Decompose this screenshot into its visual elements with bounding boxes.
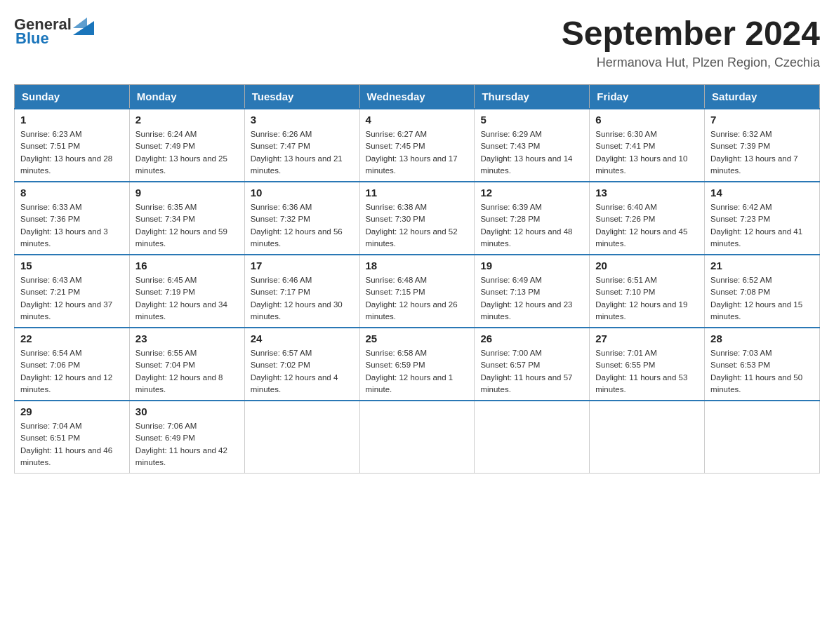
col-wednesday: Wednesday	[359, 85, 475, 109]
day-number: 8	[20, 187, 124, 199]
day-info: Sunrise: 6:54 AMSunset: 7:06 PMDaylight:…	[20, 347, 124, 396]
table-row: 2Sunrise: 6:24 AMSunset: 7:49 PMDaylight…	[129, 109, 244, 182]
day-number: 4	[366, 114, 469, 126]
day-info: Sunrise: 7:01 AMSunset: 6:55 PMDaylight:…	[595, 347, 699, 396]
col-friday: Friday	[590, 85, 705, 109]
day-info: Sunrise: 6:39 AMSunset: 7:28 PMDaylight:…	[480, 201, 583, 250]
table-row: 22Sunrise: 6:54 AMSunset: 7:06 PMDayligh…	[15, 328, 130, 401]
table-row: 27Sunrise: 7:01 AMSunset: 6:55 PMDayligh…	[590, 328, 705, 401]
day-info: Sunrise: 6:55 AMSunset: 7:04 PMDaylight:…	[135, 347, 239, 396]
day-number: 10	[251, 187, 354, 199]
col-monday: Monday	[129, 85, 244, 109]
table-row: 28Sunrise: 7:03 AMSunset: 6:53 PMDayligh…	[705, 328, 820, 401]
table-row: 29Sunrise: 7:04 AMSunset: 6:51 PMDayligh…	[15, 401, 130, 474]
day-number: 16	[135, 260, 239, 271]
table-row: 1Sunrise: 6:23 AMSunset: 7:51 PMDaylight…	[15, 109, 130, 182]
calendar-location: Hermanova Hut, Plzen Region, Czechia	[562, 55, 820, 70]
col-saturday: Saturday	[705, 85, 820, 109]
day-info: Sunrise: 6:46 AMSunset: 7:17 PMDaylight:…	[251, 274, 354, 323]
day-number: 7	[710, 114, 814, 126]
day-number: 17	[251, 260, 354, 271]
day-number: 21	[710, 260, 814, 271]
table-row	[359, 401, 475, 474]
table-row: 21Sunrise: 6:52 AMSunset: 7:08 PMDayligh…	[705, 255, 820, 328]
calendar-week-row: 8Sunrise: 6:33 AMSunset: 7:36 PMDaylight…	[15, 182, 820, 255]
day-info: Sunrise: 6:26 AMSunset: 7:47 PMDaylight:…	[251, 128, 354, 177]
calendar-week-row: 1Sunrise: 6:23 AMSunset: 7:51 PMDaylight…	[15, 109, 820, 182]
day-info: Sunrise: 6:57 AMSunset: 7:02 PMDaylight:…	[251, 347, 354, 396]
table-row	[590, 401, 705, 474]
day-info: Sunrise: 6:35 AMSunset: 7:34 PMDaylight:…	[135, 201, 239, 250]
table-row: 18Sunrise: 6:48 AMSunset: 7:15 PMDayligh…	[359, 255, 475, 328]
col-thursday: Thursday	[475, 85, 590, 109]
table-row: 12Sunrise: 6:39 AMSunset: 7:28 PMDayligh…	[475, 182, 590, 255]
table-row: 8Sunrise: 6:33 AMSunset: 7:36 PMDaylight…	[15, 182, 130, 255]
day-number: 19	[480, 260, 583, 271]
day-number: 13	[595, 187, 699, 199]
day-number: 15	[20, 260, 124, 271]
table-row: 25Sunrise: 6:58 AMSunset: 6:59 PMDayligh…	[359, 328, 475, 401]
table-row	[475, 401, 590, 474]
day-number: 2	[135, 114, 239, 126]
day-number: 12	[480, 187, 583, 199]
day-number: 25	[366, 333, 469, 344]
table-row: 30Sunrise: 7:06 AMSunset: 6:49 PMDayligh…	[129, 401, 244, 474]
page-header: General Blue September 2024 Hermanova Hu…	[14, 14, 820, 70]
day-info: Sunrise: 6:27 AMSunset: 7:45 PMDaylight:…	[366, 128, 469, 177]
day-info: Sunrise: 6:24 AMSunset: 7:49 PMDaylight:…	[135, 128, 239, 177]
day-number: 11	[366, 187, 469, 199]
calendar-week-row: 29Sunrise: 7:04 AMSunset: 6:51 PMDayligh…	[15, 401, 820, 474]
table-row: 16Sunrise: 6:45 AMSunset: 7:19 PMDayligh…	[129, 255, 244, 328]
table-row	[244, 401, 359, 474]
calendar-week-row: 15Sunrise: 6:43 AMSunset: 7:21 PMDayligh…	[15, 255, 820, 328]
day-number: 3	[251, 114, 354, 126]
table-row: 9Sunrise: 6:35 AMSunset: 7:34 PMDaylight…	[129, 182, 244, 255]
day-info: Sunrise: 6:23 AMSunset: 7:51 PMDaylight:…	[20, 128, 124, 177]
day-info: Sunrise: 7:04 AMSunset: 6:51 PMDaylight:…	[20, 420, 124, 469]
day-info: Sunrise: 6:58 AMSunset: 6:59 PMDaylight:…	[366, 347, 469, 396]
logo-icon	[73, 14, 94, 35]
day-info: Sunrise: 6:42 AMSunset: 7:23 PMDaylight:…	[710, 201, 814, 250]
calendar-header-row: Sunday Monday Tuesday Wednesday Thursday…	[15, 85, 820, 109]
day-info: Sunrise: 6:49 AMSunset: 7:13 PMDaylight:…	[480, 274, 583, 323]
day-number: 5	[480, 114, 583, 126]
table-row: 13Sunrise: 6:40 AMSunset: 7:26 PMDayligh…	[590, 182, 705, 255]
table-row: 4Sunrise: 6:27 AMSunset: 7:45 PMDaylight…	[359, 109, 475, 182]
calendar-week-row: 22Sunrise: 6:54 AMSunset: 7:06 PMDayligh…	[15, 328, 820, 401]
logo-blue: Blue	[15, 29, 49, 48]
day-info: Sunrise: 7:06 AMSunset: 6:49 PMDaylight:…	[135, 420, 239, 469]
table-row: 6Sunrise: 6:30 AMSunset: 7:41 PMDaylight…	[590, 109, 705, 182]
day-info: Sunrise: 6:36 AMSunset: 7:32 PMDaylight:…	[251, 201, 354, 250]
calendar-table: Sunday Monday Tuesday Wednesday Thursday…	[14, 84, 820, 474]
calendar-title: September 2024	[562, 14, 820, 53]
table-row: 7Sunrise: 6:32 AMSunset: 7:39 PMDaylight…	[705, 109, 820, 182]
day-number: 23	[135, 333, 239, 344]
svg-marker-1	[73, 18, 87, 28]
day-number: 30	[135, 405, 239, 417]
title-block: September 2024 Hermanova Hut, Plzen Regi…	[562, 14, 820, 70]
day-info: Sunrise: 6:43 AMSunset: 7:21 PMDaylight:…	[20, 274, 124, 323]
table-row: 26Sunrise: 7:00 AMSunset: 6:57 PMDayligh…	[475, 328, 590, 401]
day-number: 27	[595, 333, 699, 344]
day-number: 22	[20, 333, 124, 344]
table-row: 20Sunrise: 6:51 AMSunset: 7:10 PMDayligh…	[590, 255, 705, 328]
table-row: 10Sunrise: 6:36 AMSunset: 7:32 PMDayligh…	[244, 182, 359, 255]
day-number: 14	[710, 187, 814, 199]
day-info: Sunrise: 6:45 AMSunset: 7:19 PMDaylight:…	[135, 274, 239, 323]
day-number: 20	[595, 260, 699, 271]
day-number: 1	[20, 114, 124, 126]
col-sunday: Sunday	[15, 85, 130, 109]
day-number: 9	[135, 187, 239, 199]
day-number: 6	[595, 114, 699, 126]
day-number: 26	[480, 333, 583, 344]
logo: General Blue	[14, 14, 94, 48]
table-row: 23Sunrise: 6:55 AMSunset: 7:04 PMDayligh…	[129, 328, 244, 401]
table-row: 24Sunrise: 6:57 AMSunset: 7:02 PMDayligh…	[244, 328, 359, 401]
day-info: Sunrise: 6:33 AMSunset: 7:36 PMDaylight:…	[20, 201, 124, 250]
table-row	[705, 401, 820, 474]
day-info: Sunrise: 6:51 AMSunset: 7:10 PMDaylight:…	[595, 274, 699, 323]
day-info: Sunrise: 7:03 AMSunset: 6:53 PMDaylight:…	[710, 347, 814, 396]
table-row: 15Sunrise: 6:43 AMSunset: 7:21 PMDayligh…	[15, 255, 130, 328]
col-tuesday: Tuesday	[244, 85, 359, 109]
day-info: Sunrise: 6:32 AMSunset: 7:39 PMDaylight:…	[710, 128, 814, 177]
